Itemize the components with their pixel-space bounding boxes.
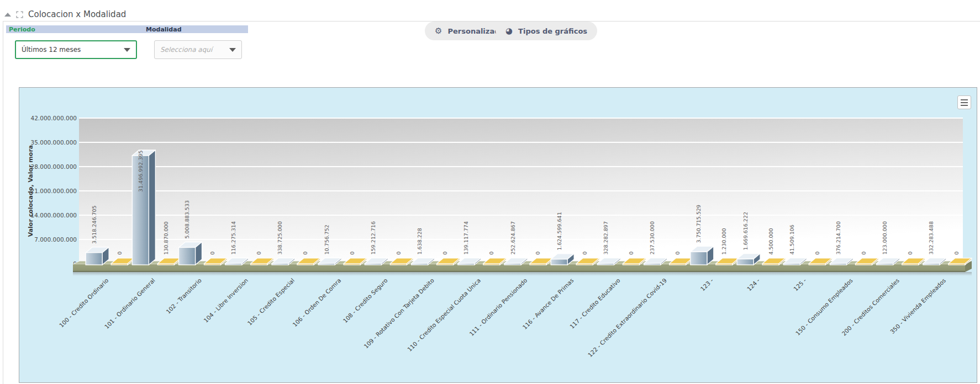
mora-value-label: 0 <box>535 252 541 255</box>
modalidad-select-placeholder: Selecciona aquí <box>160 46 212 54</box>
mora-value-label: 4.500.000 <box>768 228 774 254</box>
mora-value-label: 0 <box>861 252 867 255</box>
mora-value-label: 0 <box>628 252 634 255</box>
colocado-value-label: 41.509.106 <box>789 225 795 254</box>
colocado-value-label: 123.000.000 <box>882 221 888 254</box>
mora-value-label: 0 <box>442 252 448 255</box>
mora-value-label: 0 <box>675 252 681 255</box>
tipos-graficos-button[interactable]: ◕ Tipos de gráficos <box>496 22 597 40</box>
mora-value-label: 0 <box>582 252 588 255</box>
x-axis-category-label: 122 - Credito Extraordinario Covid-19 <box>587 277 668 358</box>
chart-container: 42.000.000.00035.000.000.00028.000.000.0… <box>19 87 977 383</box>
x-axis-category-label: 124 - <box>746 277 761 292</box>
mora-value-label: 0 <box>488 252 494 255</box>
pie-chart-icon: ◕ <box>505 27 513 35</box>
tipos-graficos-button-label: Tipos de gráficos <box>518 27 587 35</box>
colocado-value-label: 10.756.752 <box>324 225 330 254</box>
x-axis-category-label: 102 - Transitorio <box>165 277 203 315</box>
mora-value-label: 0 <box>209 252 215 255</box>
colocado-value-label: 5.008.883.533 <box>184 200 190 239</box>
colocado-value-label: 332.283.488 <box>928 221 934 254</box>
x-axis-category-label: 101 - Ordinario General <box>103 277 156 330</box>
column-chart: 42.000.000.00035.000.000.00028.000.000.0… <box>19 88 978 383</box>
y-axis-tick-label: 28.000.000.000 <box>31 163 77 170</box>
x-axis-category-label: 116 - Avance De Primas <box>521 277 575 330</box>
colocado-value-label: 3.750.715.529 <box>696 205 702 243</box>
colocado-value-label: 159.212.716 <box>370 221 376 254</box>
chevron-down-icon <box>124 48 130 52</box>
x-axis-category-label: 108 - Credito Seguro <box>341 277 388 324</box>
colocado-value-label: 1.669.616.222 <box>742 212 749 250</box>
dashboard-page: Colocacion x Modalidad Periodo Modalidad… <box>0 0 980 384</box>
collapse-arrow-icon[interactable] <box>4 13 11 17</box>
x-axis-category-label: 100 - Credito Ordinario <box>58 277 110 329</box>
colocado-value-label: 376.214.700 <box>835 221 841 254</box>
y-axis-tick-label: 42.000.000.000 <box>31 115 77 121</box>
column-valor-colocado[interactable] <box>132 150 155 265</box>
x-axis-category-label: 105 - Credito Especial <box>246 277 296 327</box>
column-valor-colocado[interactable] <box>179 242 202 265</box>
colocado-value-label: 338.725.000 <box>277 221 283 254</box>
x-axis-category-label: 106 - Orden De Comra <box>291 277 342 328</box>
colocado-value-label: 1.638.228 <box>417 228 423 254</box>
mora-value-label: 0 <box>396 252 402 255</box>
mora-value-label: 130.870.000 <box>163 221 169 254</box>
column-valor-colocado[interactable] <box>86 247 109 265</box>
widget-panel: Periodo Modalidad Últimos 12 meses Selec… <box>3 21 980 384</box>
x-axis-category-label: 350 - Vivienda Empleados <box>889 277 947 335</box>
colocado-value-label: 237.530.000 <box>649 221 655 254</box>
y-axis-title: Valor colocado, Valor mora <box>27 145 34 237</box>
page-title: Colocacion x Modalidad <box>28 9 126 19</box>
chart-menu-button[interactable] <box>957 95 971 109</box>
hamburger-icon <box>961 99 968 100</box>
mora-value-label: 0 <box>302 252 308 255</box>
mora-value-label: 0 <box>349 252 355 255</box>
colocado-value-label: 116.275.314 <box>230 221 236 254</box>
x-axis-category-label: 125 - <box>792 277 808 292</box>
y-axis-tick-label: 21.000.000.000 <box>31 188 77 194</box>
x-axis-category-label: 123 - <box>699 277 715 292</box>
gear-icon: ⚙ <box>435 27 442 35</box>
modalidad-label: Modalidad <box>146 26 182 33</box>
chevron-down-icon <box>229 48 236 52</box>
fullscreen-icon[interactable] <box>16 11 23 18</box>
y-axis-tick-label: 7.000.000.000 <box>34 236 77 243</box>
mora-value-label: 0 <box>953 252 960 255</box>
colocado-value-label: 139.117.774 <box>463 221 469 254</box>
periodo-label: Periodo <box>9 26 35 33</box>
y-axis-tick-label: 35.000.000.000 <box>31 139 77 146</box>
mora-value-label: 1.230.000 <box>721 228 727 254</box>
widget-header: Colocacion x Modalidad <box>4 8 126 21</box>
column-valor-colocado[interactable] <box>691 246 714 265</box>
colocado-value-label: 252.624.867 <box>510 221 516 254</box>
x-axis-category-label: 104 - Libre Inversion <box>202 277 249 324</box>
filter-strip: Periodo Modalidad <box>6 25 248 33</box>
colocado-value-label: 31.496.992.395 <box>138 150 144 192</box>
periodo-select-value: Últimos 12 meses <box>22 46 81 54</box>
colocado-value-label: 1.624.599.641 <box>556 212 562 250</box>
periodo-select[interactable]: Últimos 12 meses <box>15 40 137 59</box>
x-axis-category-label: 110 - Credito Especial Cuota Unica <box>406 277 482 353</box>
y-axis-tick-label: 14.000.000.000 <box>31 212 77 218</box>
colocado-value-label: 328.282.897 <box>603 221 609 254</box>
x-axis-category-label: 117 - Credito Educativo <box>568 277 621 330</box>
mora-value-label: 0 <box>117 252 123 255</box>
colocado-value-label: 3.518.246.705 <box>91 205 97 244</box>
mora-value-label: 0 <box>256 252 262 255</box>
modalidad-select[interactable]: Selecciona aquí <box>154 40 242 59</box>
mora-value-label: 0 <box>814 252 820 255</box>
mora-value-label: 0 <box>907 252 913 255</box>
